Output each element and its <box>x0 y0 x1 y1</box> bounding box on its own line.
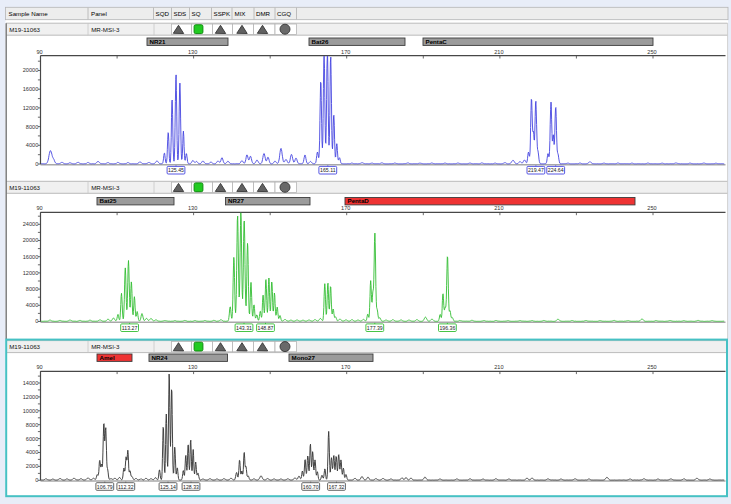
svg-text:PentaD: PentaD <box>348 197 370 204</box>
svg-text:113.27: 113.27 <box>122 325 138 331</box>
svg-text:M19-11063: M19-11063 <box>9 184 40 191</box>
svg-text:210: 210 <box>494 49 503 55</box>
svg-text:90: 90 <box>36 205 42 211</box>
svg-text:CGQ: CGQ <box>277 10 291 17</box>
svg-text:SSPK: SSPK <box>214 10 231 17</box>
svg-text:106.79: 106.79 <box>97 484 113 490</box>
svg-text:4000: 4000 <box>26 449 38 455</box>
svg-text:219.47: 219.47 <box>528 167 544 173</box>
svg-text:PentaC: PentaC <box>426 38 448 45</box>
svg-text:MR-MSI-3: MR-MSI-3 <box>91 26 120 33</box>
svg-text:6000: 6000 <box>26 436 38 442</box>
svg-text:165.11: 165.11 <box>320 167 336 173</box>
svg-text:250: 250 <box>647 205 656 211</box>
svg-text:224.64: 224.64 <box>548 167 564 173</box>
svg-text:160.70: 160.70 <box>303 484 319 490</box>
svg-text:MIX: MIX <box>235 10 246 17</box>
svg-text:NR21: NR21 <box>150 38 166 45</box>
svg-text:2000: 2000 <box>26 463 38 469</box>
svg-text:148.87: 148.87 <box>258 325 274 331</box>
svg-text:8000: 8000 <box>26 422 38 428</box>
svg-text:16000: 16000 <box>23 254 39 260</box>
svg-text:Bat25: Bat25 <box>100 197 117 204</box>
svg-text:12000: 12000 <box>23 394 39 400</box>
svg-text:90: 90 <box>36 49 42 55</box>
svg-text:M19-11063: M19-11063 <box>9 343 40 350</box>
svg-text:SQD: SQD <box>156 10 170 17</box>
svg-text:210: 210 <box>494 205 503 211</box>
svg-text:20000: 20000 <box>23 237 39 243</box>
svg-text:10000: 10000 <box>23 408 39 414</box>
svg-text:130: 130 <box>188 49 197 55</box>
svg-text:12000: 12000 <box>23 270 39 276</box>
svg-text:24000: 24000 <box>23 221 39 227</box>
svg-text:NR27: NR27 <box>228 197 244 204</box>
svg-text:14000: 14000 <box>23 380 39 386</box>
svg-text:170: 170 <box>341 205 350 211</box>
svg-text:177.39: 177.39 <box>367 325 383 331</box>
svg-text:0: 0 <box>35 477 38 483</box>
svg-text:210: 210 <box>494 364 503 370</box>
svg-text:Amel: Amel <box>100 354 115 361</box>
svg-text:Sample Name: Sample Name <box>9 10 49 17</box>
svg-text:167.32: 167.32 <box>329 484 345 490</box>
svg-text:SQ: SQ <box>192 10 201 17</box>
svg-text:DMR: DMR <box>256 10 271 17</box>
svg-text:8000: 8000 <box>26 286 38 292</box>
svg-text:0: 0 <box>35 161 38 167</box>
svg-text:90: 90 <box>36 364 42 370</box>
svg-text:170: 170 <box>341 364 350 370</box>
svg-text:250: 250 <box>647 49 656 55</box>
svg-text:130: 130 <box>188 364 197 370</box>
svg-text:196.36: 196.36 <box>439 325 455 331</box>
svg-text:Bat26: Bat26 <box>312 38 329 45</box>
svg-text:128.33: 128.33 <box>183 484 199 490</box>
svg-text:16000: 16000 <box>23 86 39 92</box>
svg-text:MR-MSI-3: MR-MSI-3 <box>91 343 120 350</box>
svg-text:MR-MSI-3: MR-MSI-3 <box>91 184 120 191</box>
svg-text:4000: 4000 <box>26 302 38 308</box>
svg-text:170: 170 <box>341 49 350 55</box>
svg-text:0: 0 <box>35 318 38 324</box>
svg-text:8000: 8000 <box>26 124 38 130</box>
svg-text:Mono27: Mono27 <box>292 354 316 361</box>
svg-text:12000: 12000 <box>23 105 39 111</box>
svg-text:Panel: Panel <box>91 10 107 17</box>
svg-text:130: 130 <box>188 205 197 211</box>
svg-text:SDS: SDS <box>174 10 187 17</box>
svg-text:4000: 4000 <box>26 142 38 148</box>
svg-text:125.14: 125.14 <box>160 484 176 490</box>
svg-text:112.32: 112.32 <box>118 484 134 490</box>
svg-text:250: 250 <box>647 364 656 370</box>
svg-text:143.31: 143.31 <box>236 325 252 331</box>
svg-text:M19-11063: M19-11063 <box>9 26 40 33</box>
svg-text:20000: 20000 <box>23 67 39 73</box>
svg-text:125.45: 125.45 <box>168 167 184 173</box>
svg-text:NR24: NR24 <box>152 354 168 361</box>
